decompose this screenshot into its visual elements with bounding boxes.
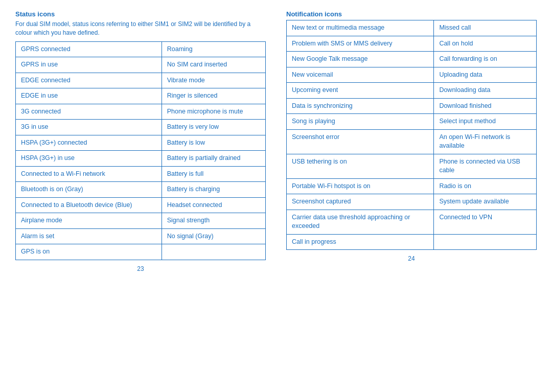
- left-cell-6-0: HSPA (3G+) connected: [16, 135, 162, 151]
- status-icons-table: GPRS connectedRoamingGPRS in useNo SIM c…: [15, 41, 266, 260]
- right-cell-3-1: Uploading data: [434, 67, 537, 83]
- table-row: New text or multimedia messageMissed cal…: [287, 20, 537, 36]
- right-cell-7-0: Screenshot error: [287, 129, 434, 154]
- left-cell-8-1: Battery is full: [162, 166, 265, 182]
- right-cell-1-1: Call on hold: [434, 36, 537, 52]
- right-cell-6-0: Song is playing: [287, 114, 434, 130]
- right-cell-8-0: USB tethering is on: [287, 154, 434, 178]
- table-row: Alarm is setNo signal (Gray): [16, 228, 266, 244]
- notification-icons-table: New text or multimedia messageMissed cal…: [286, 20, 537, 250]
- left-cell-4-0: 3G connected: [16, 104, 162, 120]
- right-cell-12-0: Call in progress: [287, 234, 434, 250]
- right-cell-0-0: New text or multimedia message: [287, 20, 434, 36]
- left-cell-1-1: No SIM card inserted: [162, 57, 265, 73]
- right-cell-11-0: Carrier data use threshold approaching o…: [287, 210, 434, 234]
- right-cell-1-0: Problem with SMS or MMS delivery: [287, 36, 434, 52]
- left-cell-8-0: Connected to a Wi-Fi network: [16, 166, 162, 182]
- table-row: New Google Talk messageCall forwarding i…: [287, 52, 537, 67]
- left-cell-11-1: Signal strength: [162, 213, 265, 229]
- right-cell-10-1: System update available: [434, 194, 537, 210]
- right-cell-3-0: New voicemail: [287, 67, 434, 83]
- left-page-number: 23: [15, 265, 266, 272]
- table-row: 3G in useBattery is very low: [16, 120, 266, 135]
- right-cell-9-1: Radio is on: [434, 178, 537, 194]
- left-cell-10-0: Connected to a Bluetooth device (Blue): [16, 197, 162, 213]
- table-row: Bluetooth is on (Gray)Battery is chargin…: [16, 182, 266, 198]
- right-cell-5-1: Download finished: [434, 98, 537, 114]
- table-row: HSPA (3G+) in useBattery is partially dr…: [16, 151, 266, 167]
- left-cell-3-1: Ringer is silenced: [162, 88, 265, 104]
- table-row: HSPA (3G+) connectedBattery is low: [16, 135, 266, 151]
- right-cell-9-0: Portable Wi-Fi hotspot is on: [287, 178, 434, 194]
- left-cell-3-0: EDGE in use: [16, 88, 162, 104]
- left-cell-12-1: No signal (Gray): [162, 228, 265, 244]
- left-cell-1-0: GPRS in use: [16, 57, 162, 73]
- left-cell-9-0: Bluetooth is on (Gray): [16, 182, 162, 198]
- table-row: GPS is on: [16, 244, 266, 260]
- left-column: Status icons For dual SIM model, status …: [15, 10, 266, 272]
- table-row: EDGE connectedVibrate mode: [16, 73, 266, 88]
- right-cell-4-0: Upcoming event: [287, 83, 434, 99]
- left-cell-5-0: 3G in use: [16, 120, 162, 135]
- left-cell-7-1: Battery is partially drained: [162, 151, 265, 167]
- table-row: EDGE in useRinger is silenced: [16, 88, 266, 104]
- right-cell-5-0: Data is synchronizing: [287, 98, 434, 114]
- table-row: Problem with SMS or MMS deliveryCall on …: [287, 36, 537, 52]
- table-row: Call in progress: [287, 234, 537, 250]
- table-row: New voicemailUploading data: [287, 67, 537, 83]
- left-cell-9-1: Battery is charging: [162, 182, 265, 198]
- left-cell-5-1: Battery is very low: [162, 120, 265, 135]
- table-row: Upcoming eventDownloading data: [287, 83, 537, 99]
- left-cell-4-1: Phone microphone is mute: [162, 104, 265, 120]
- table-row: Data is synchronizingDownload finished: [287, 98, 537, 114]
- left-cell-12-0: Alarm is set: [16, 228, 162, 244]
- left-section-subtitle: For dual SIM model, status icons referri…: [15, 20, 266, 37]
- right-section-title: Notification icons: [286, 10, 537, 18]
- left-cell-7-0: HSPA (3G+) in use: [16, 151, 162, 167]
- right-cell-10-0: Screenshot captured: [287, 194, 434, 210]
- table-row: Portable Wi-Fi hotspot is onRadio is on: [287, 178, 537, 194]
- left-cell-11-0: Airplane mode: [16, 213, 162, 229]
- right-cell-6-1: Select input method: [434, 114, 537, 130]
- table-row: Song is playingSelect input method: [287, 114, 537, 130]
- right-cell-0-1: Missed call: [434, 20, 537, 36]
- table-row: Screenshot capturedSystem update availab…: [287, 194, 537, 210]
- left-cell-10-1: Headset connected: [162, 197, 265, 213]
- table-row: 3G connectedPhone microphone is mute: [16, 104, 266, 120]
- right-cell-4-1: Downloading data: [434, 83, 537, 99]
- left-cell-2-0: EDGE connected: [16, 73, 162, 88]
- table-row: USB tethering is onPhone is connected vi…: [287, 154, 537, 178]
- right-cell-8-1: Phone is connected via USB cable: [434, 154, 537, 178]
- table-row: Connected to a Wi-Fi networkBattery is f…: [16, 166, 266, 182]
- left-cell-13-1: [162, 244, 265, 260]
- table-row: Carrier data use threshold approaching o…: [287, 210, 537, 234]
- left-cell-0-0: GPRS connected: [16, 41, 162, 57]
- left-cell-6-1: Battery is low: [162, 135, 265, 151]
- right-cell-2-1: Call forwarding is on: [434, 52, 537, 67]
- right-page-number: 24: [286, 255, 537, 262]
- right-cell-11-1: Connected to VPN: [434, 210, 537, 234]
- table-row: GPRS in useNo SIM card inserted: [16, 57, 266, 73]
- right-cell-12-1: [434, 234, 537, 250]
- right-cell-2-0: New Google Talk message: [287, 52, 434, 67]
- left-cell-2-1: Vibrate mode: [162, 73, 265, 88]
- page-container: Status icons For dual SIM model, status …: [15, 10, 537, 272]
- table-row: Connected to a Bluetooth device (Blue)He…: [16, 197, 266, 213]
- left-cell-0-1: Roaming: [162, 41, 265, 57]
- right-column: Notification icons New text or multimedi…: [286, 10, 537, 272]
- right-cell-7-1: An open Wi-Fi network is available: [434, 129, 537, 154]
- table-row: Screenshot errorAn open Wi-Fi network is…: [287, 129, 537, 154]
- left-section-title: Status icons: [15, 10, 266, 18]
- table-row: Airplane modeSignal strength: [16, 213, 266, 229]
- table-row: GPRS connectedRoaming: [16, 41, 266, 57]
- left-cell-13-0: GPS is on: [16, 244, 162, 260]
